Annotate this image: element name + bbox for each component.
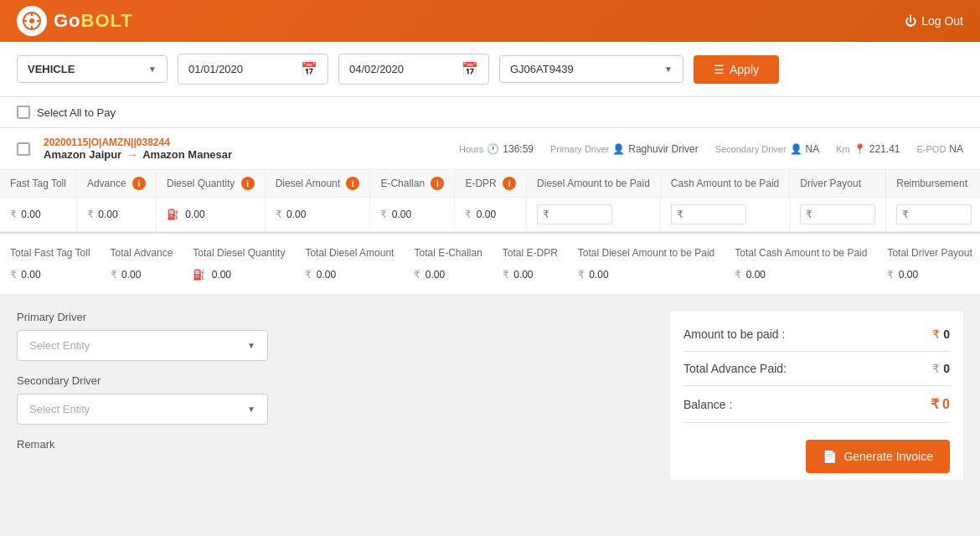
cell-diesel-pay bbox=[527, 198, 661, 232]
total-edpr-val: ₹ 0.00 bbox=[493, 264, 568, 286]
cell-edpr: ₹ 0.00 bbox=[455, 198, 527, 232]
total-echallan-label: Total E-Challan bbox=[404, 242, 492, 264]
location-icon: 📍 bbox=[854, 143, 866, 155]
secondary-driver-select[interactable]: Select Entity ▼ bbox=[17, 394, 268, 425]
chevron-down-icon: ▼ bbox=[148, 64, 157, 74]
col-fast-tag: Fast Tag Toll bbox=[0, 170, 76, 198]
diesel-total-icon: ⛽ bbox=[193, 269, 205, 281]
cell-echallan: ₹ 0.00 bbox=[370, 198, 455, 232]
date-to-picker[interactable]: 04/02/2020 📅 bbox=[338, 54, 489, 85]
generate-invoice-label: Generate Invoice bbox=[843, 450, 933, 463]
trip-route-to: Amazon Manesar bbox=[142, 148, 232, 161]
km-value: 221.41 bbox=[869, 143, 900, 155]
diesel-qty-info-icon[interactable]: i bbox=[241, 177, 255, 190]
payment-summary-container: Amount to be paid : ₹ 0 Total Advance Pa… bbox=[285, 311, 963, 480]
cell-driver-payout bbox=[790, 198, 886, 232]
driver-icon: 👤 bbox=[612, 143, 625, 155]
col-advance: Advance i bbox=[76, 170, 156, 198]
advance-paid-label: Total Advance Paid: bbox=[683, 362, 787, 375]
col-diesel-pay: Diesel Amount to be Paid bbox=[527, 170, 661, 198]
total-diesel-qty-label: Total Diesel Quantity bbox=[183, 242, 295, 264]
logout-button[interactable]: ⏻ Log Out bbox=[905, 14, 963, 28]
epod-meta: E-POD NA bbox=[916, 143, 963, 155]
advance-paid-value: 0 bbox=[943, 362, 950, 375]
generate-invoice-button[interactable]: 📄 Generate Invoice bbox=[806, 440, 950, 473]
cell-diesel-amt: ₹ 0.00 bbox=[265, 198, 370, 232]
total-driver-payout-label: Total Driver Payout bbox=[877, 242, 980, 264]
reimb-input[interactable] bbox=[896, 204, 972, 224]
cell-fast-tag: ₹ 0.00 bbox=[0, 198, 76, 232]
logo-icon bbox=[17, 6, 47, 36]
primary-driver-select-label: Select Entity bbox=[29, 339, 90, 352]
echallan-info-icon[interactable]: i bbox=[431, 177, 444, 190]
advance-rupee-icon: ₹ bbox=[932, 362, 940, 375]
payment-summary: Amount to be paid : ₹ 0 Total Advance Pa… bbox=[670, 311, 963, 480]
total-cash-pay-label: Total Cash Amount to be Paid bbox=[725, 242, 877, 264]
trip-route: Amazon Jaipur → Amazon Manesar bbox=[44, 148, 232, 161]
col-edpr: E-DPR i bbox=[455, 170, 527, 198]
total-fast-tag-val: ₹ 0.00 bbox=[0, 264, 101, 286]
balance-value-container: ₹ 0 bbox=[931, 396, 950, 412]
cell-advance: ₹ 0.00 bbox=[76, 198, 156, 232]
select-all-checkbox[interactable] bbox=[17, 106, 30, 119]
col-diesel-qty: Diesel Quantity i bbox=[156, 170, 265, 198]
primary-driver-section-label: Primary Driver bbox=[17, 311, 268, 323]
totals-section: Total Fast Tag Toll Total Advance Total … bbox=[0, 232, 980, 294]
edpr-info-icon[interactable]: i bbox=[503, 177, 516, 190]
diesel-amt-info-icon[interactable]: i bbox=[346, 177, 359, 190]
logout-label: Log Out bbox=[921, 14, 963, 28]
filter-icon: ☰ bbox=[714, 63, 725, 76]
total-cash-pay-val: ₹ 0.00 bbox=[725, 264, 877, 286]
vehicle-number-select[interactable]: GJ06AT9439 ▼ bbox=[499, 55, 683, 83]
primary-driver-select[interactable]: Select Entity ▼ bbox=[17, 330, 268, 361]
logo-area: GoBOLT bbox=[17, 6, 133, 36]
balance-row: Balance : ₹ 0 bbox=[683, 386, 950, 423]
col-diesel-amt: Diesel Amount i bbox=[265, 170, 370, 198]
epod-value: NA bbox=[949, 143, 963, 155]
cell-reimb bbox=[886, 198, 980, 232]
apply-button[interactable]: ☰ Apply bbox=[694, 55, 779, 84]
diesel-icon: ⛽ bbox=[167, 209, 179, 220]
amount-value-container: ₹ 0 bbox=[932, 327, 950, 341]
primary-driver-meta: Primary Driver 👤 Raghuvir Driver bbox=[550, 143, 699, 155]
col-driver-payout: Driver Payout bbox=[790, 170, 886, 198]
total-advance-val: ₹ 0.00 bbox=[101, 264, 183, 286]
diesel-pay-input[interactable] bbox=[537, 204, 612, 224]
total-driver-payout-val: ₹ 0.00 bbox=[877, 264, 980, 286]
cell-cash-pay bbox=[660, 198, 789, 232]
power-icon: ⏻ bbox=[905, 14, 916, 28]
primary-driver-value: Raghuvir Driver bbox=[628, 143, 698, 155]
amount-rupee-icon: ₹ bbox=[932, 327, 940, 341]
total-advance-row: Total Advance Paid: ₹ 0 bbox=[683, 352, 950, 386]
date-from-picker[interactable]: 01/01/2020 📅 bbox=[178, 54, 328, 85]
logo-accent: BOLT bbox=[81, 10, 133, 31]
calendar-icon: 📅 bbox=[301, 61, 317, 77]
driver-payout-input[interactable] bbox=[800, 204, 875, 224]
advance-info-icon[interactable]: i bbox=[132, 177, 146, 190]
cash-pay-input[interactable] bbox=[671, 204, 746, 224]
secondary-driver-section-label: Secondary Driver bbox=[17, 374, 268, 387]
primary-driver-chevron: ▼ bbox=[247, 341, 255, 350]
remark-label: Remark bbox=[17, 438, 268, 451]
calendar-to-icon: 📅 bbox=[462, 61, 478, 77]
trip-route-from: Amazon Jaipur bbox=[44, 148, 121, 161]
arrow-icon: → bbox=[126, 148, 137, 161]
epod-label: E-POD bbox=[916, 144, 946, 154]
total-diesel-amt-val: ₹ 0.00 bbox=[295, 264, 404, 286]
trip-checkbox[interactable] bbox=[17, 142, 30, 156]
balance-rupee-icon: ₹ bbox=[931, 396, 939, 412]
date-to-value: 04/02/2020 bbox=[349, 63, 404, 75]
amount-to-be-paid-row: Amount to be paid : ₹ 0 bbox=[683, 317, 950, 352]
trip-id: 20200115|O|AMZN||038244 bbox=[44, 137, 232, 148]
hours-label: Hours bbox=[459, 144, 483, 154]
total-fast-tag-label: Total Fast Tag Toll bbox=[0, 242, 101, 264]
total-diesel-qty-val: ⛽ 0.00 bbox=[183, 264, 295, 286]
trip-data-table: Fast Tag Toll Advance i Diesel Quantity … bbox=[0, 170, 980, 232]
trip-section: 20200115|O|AMZN||038244 Amazon Jaipur → … bbox=[0, 128, 980, 232]
svg-point-1 bbox=[29, 18, 34, 23]
km-label: Km bbox=[836, 144, 850, 154]
balance-label: Balance : bbox=[683, 398, 732, 411]
amount-label: Amount to be paid : bbox=[683, 327, 785, 341]
vehicle-type-select[interactable]: VEHICLE ▼ bbox=[17, 55, 168, 83]
secondary-driver-select-label: Select Entity bbox=[29, 403, 90, 415]
